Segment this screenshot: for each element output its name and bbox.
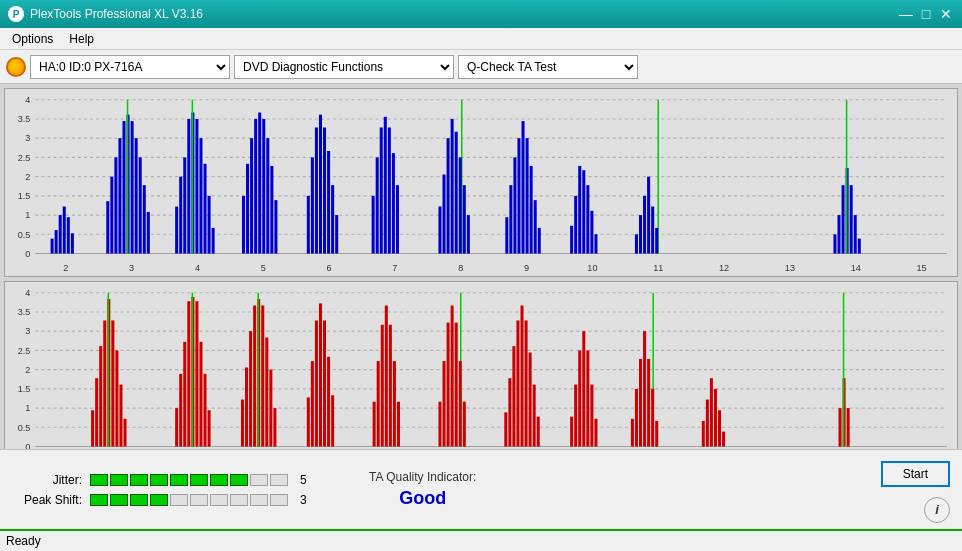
window-controls: — □ ✕ — [898, 6, 954, 22]
bottom-chart: 4 3.5 3 2.5 2 1.5 1 0.5 0 2 3 4 5 6 7 8 … — [5, 282, 957, 469]
svg-rect-100 — [526, 138, 529, 253]
svg-rect-97 — [513, 157, 516, 253]
ta-quality-section: TA Quality Indicator: Good — [343, 470, 503, 509]
right-side: Start i — [881, 453, 950, 527]
ta-quality-label: TA Quality Indicator: — [369, 470, 476, 484]
svg-rect-124 — [858, 239, 861, 254]
svg-rect-177 — [208, 410, 211, 446]
svg-rect-210 — [463, 402, 466, 447]
svg-rect-238 — [714, 389, 717, 447]
svg-rect-34 — [55, 230, 58, 254]
svg-rect-73 — [315, 127, 318, 253]
svg-rect-240 — [722, 432, 725, 447]
ta-quality-value: Good — [399, 488, 446, 509]
svg-rect-204 — [438, 402, 441, 447]
svg-rect-169 — [175, 408, 178, 446]
minimize-button[interactable]: — — [898, 6, 914, 22]
svg-rect-191 — [315, 320, 318, 446]
svg-rect-118 — [833, 234, 836, 253]
svg-rect-186 — [269, 370, 272, 447]
drive-select[interactable]: HA:0 ID:0 PX-716A — [30, 55, 230, 79]
svg-rect-217 — [529, 353, 532, 447]
close-button[interactable]: ✕ — [938, 6, 954, 22]
svg-rect-72 — [311, 157, 314, 253]
svg-rect-218 — [533, 385, 536, 447]
title-bar: P PlexTools Professional XL V3.16 — □ ✕ — [0, 0, 962, 28]
svg-rect-68 — [266, 138, 269, 253]
svg-rect-236 — [706, 400, 709, 447]
svg-text:2: 2 — [25, 172, 30, 182]
jitter-led-4 — [170, 474, 188, 486]
peak-shift-label: Peak Shift: — [12, 493, 82, 507]
svg-rect-224 — [586, 350, 589, 446]
menu-options[interactable]: Options — [4, 30, 61, 48]
info-button[interactable]: i — [924, 497, 950, 523]
svg-text:2: 2 — [25, 365, 30, 375]
svg-rect-59 — [208, 196, 211, 254]
maximize-button[interactable]: □ — [918, 6, 934, 22]
svg-rect-190 — [311, 361, 314, 446]
svg-rect-35 — [59, 215, 62, 253]
svg-text:0.5: 0.5 — [18, 229, 31, 239]
svg-rect-119 — [837, 215, 840, 253]
menu-bar: Options Help — [0, 28, 962, 50]
svg-rect-243 — [847, 408, 850, 446]
start-button[interactable]: Start — [881, 461, 950, 487]
svg-rect-167 — [123, 419, 126, 447]
test-select[interactable]: Q-Check TA Test — [458, 55, 638, 79]
jitter-led-1 — [110, 474, 128, 486]
peak-shift-led-5 — [190, 494, 208, 506]
svg-rect-234 — [655, 421, 658, 447]
svg-rect-171 — [183, 342, 186, 447]
svg-rect-228 — [631, 419, 634, 447]
svg-rect-170 — [179, 374, 182, 447]
peak-shift-led-7 — [230, 494, 248, 506]
jitter-led-6 — [210, 474, 228, 486]
function-select[interactable]: DVD Diagnostic Functions — [234, 55, 454, 79]
svg-rect-206 — [447, 323, 450, 447]
svg-text:2.5: 2.5 — [18, 345, 31, 355]
svg-rect-63 — [246, 164, 249, 254]
svg-text:1: 1 — [25, 403, 30, 413]
menu-help[interactable]: Help — [61, 30, 102, 48]
svg-rect-165 — [115, 350, 118, 446]
svg-rect-230 — [639, 359, 642, 447]
metrics-section: Jitter: 5 Peak Shift: 3 — [12, 473, 307, 507]
svg-text:2.5: 2.5 — [18, 152, 31, 162]
svg-rect-220 — [570, 417, 573, 447]
svg-rect-96 — [509, 185, 512, 253]
peak-shift-led-8 — [250, 494, 268, 506]
svg-rect-174 — [195, 301, 198, 446]
svg-rect-239 — [718, 410, 721, 446]
peak-shift-led-9 — [270, 494, 288, 506]
svg-rect-164 — [111, 320, 114, 446]
svg-text:4: 4 — [195, 262, 200, 272]
svg-rect-176 — [204, 374, 207, 447]
svg-rect-162 — [103, 320, 106, 446]
svg-rect-195 — [331, 395, 334, 446]
svg-rect-175 — [199, 342, 202, 447]
status-bar: Ready — [0, 529, 962, 551]
svg-rect-241 — [839, 408, 842, 446]
svg-text:11: 11 — [653, 262, 663, 272]
top-chart: 4 3.5 3 2.5 2 1.5 1 0.5 0 2 3 4 5 6 7 8 … — [5, 89, 957, 276]
svg-rect-213 — [512, 346, 515, 446]
svg-text:1.5: 1.5 — [18, 384, 31, 394]
svg-rect-98 — [517, 138, 520, 253]
svg-rect-225 — [590, 385, 593, 447]
svg-rect-222 — [578, 350, 581, 446]
peak-shift-led-6 — [210, 494, 228, 506]
svg-rect-43 — [122, 121, 125, 254]
svg-rect-51 — [175, 207, 178, 254]
svg-rect-194 — [327, 357, 330, 447]
svg-rect-205 — [443, 361, 446, 446]
svg-rect-184 — [261, 306, 264, 447]
jitter-led-bar — [90, 474, 288, 486]
svg-text:6: 6 — [327, 262, 332, 272]
svg-rect-33 — [51, 239, 54, 254]
svg-rect-67 — [262, 119, 265, 254]
jitter-label: Jitter: — [12, 473, 82, 487]
charts-area: 4 3.5 3 2.5 2 1.5 1 0.5 0 2 3 4 5 6 7 8 … — [0, 84, 962, 474]
svg-rect-109 — [590, 211, 593, 254]
svg-rect-85 — [396, 185, 399, 253]
